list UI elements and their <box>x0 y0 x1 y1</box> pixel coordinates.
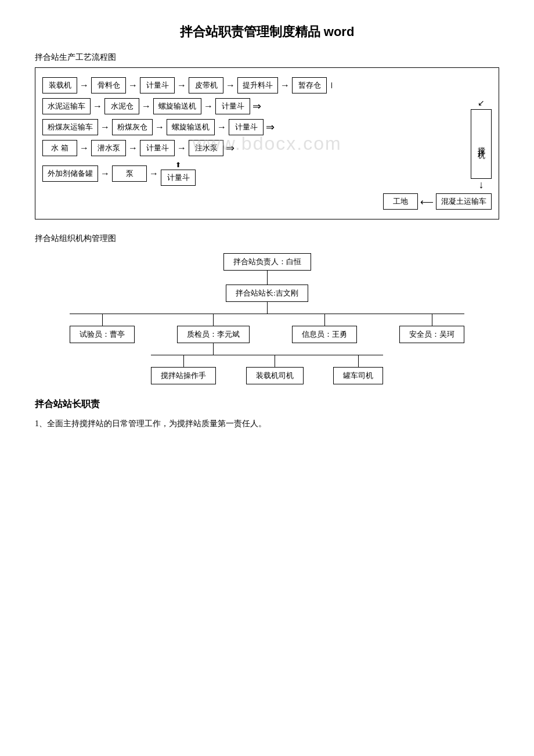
org-truck: 罐车司机 <box>333 367 383 384</box>
flow-box-luoxuan2: 螺旋输送机 <box>167 119 215 135</box>
flow-box-guliaocang: 骨料仓 <box>91 77 126 93</box>
arrow10 <box>155 122 164 132</box>
flow-box-jiliangdou1: 计量斗 <box>140 77 175 93</box>
arrow4 <box>226 80 235 91</box>
flow-box-fenmeihui-car: 粉煤灰运输车 <box>42 119 98 135</box>
arrow1 <box>80 80 89 91</box>
flow-box-beng: 泵 <box>112 165 147 182</box>
arrow13 <box>128 143 138 153</box>
flow-box-zhancuncang: 暂存仓 <box>292 77 327 93</box>
flow-box-shuixiang: 水 箱 <box>42 140 77 156</box>
org-quality: 质检员：李元斌 <box>177 326 250 343</box>
org-op: 搅拌站操作手 <box>151 367 216 384</box>
org-loader: 装载机司机 <box>246 367 304 384</box>
flow-box-pidaiji: 皮带机 <box>189 77 223 93</box>
arrow5 <box>280 80 290 91</box>
flow-diagram: www.bdocx.com 装载机 骨料仓 计量斗 皮带机 提升料斗 暂存仓 水… <box>35 67 499 219</box>
arrow7 <box>142 101 151 111</box>
page-title: 拌合站职责管理制度精品 word <box>35 23 499 41</box>
body-section-heading: 拌合站站长职责 <box>35 398 499 411</box>
flow-box-tishengliaoou: 提升料斗 <box>237 77 278 93</box>
arrow9 <box>100 122 110 132</box>
org-third-level: 试验员：曹亭 质检员：李元斌 信息员：王勇 安全员：吴珂 <box>70 314 464 355</box>
body-text-1: 1、全面主持搅拌站的日常管理工作，为搅拌站质量第一责任人。 <box>35 416 499 431</box>
arrow3 <box>177 80 186 91</box>
org-chart: 拌合站负责人：白恒 拌合站站长:吉文刚 试验员：曹亭 质检员：李元斌 信息员：王… <box>35 253 499 384</box>
flow-box-shuinicar: 水泥运输车 <box>42 98 91 114</box>
arrow6 <box>93 101 102 111</box>
org-second-box: 拌合站站长:吉文刚 <box>226 285 308 302</box>
flow-box-jiliangdou5: 计量斗 <box>161 170 196 186</box>
arrow15 <box>100 168 110 179</box>
flow-box-jiliangdou2: 计量斗 <box>215 98 250 114</box>
flow-box-qianshuibeng: 潜水泵 <box>91 140 126 156</box>
org-h-bar-1 <box>70 314 464 314</box>
flow-box-jiliangdou4: 计量斗 <box>140 140 175 156</box>
flow-box-hunningtu-car: 混凝土运输车 <box>436 193 492 210</box>
arrow14 <box>177 143 186 153</box>
arrow2 <box>128 80 138 91</box>
flow-box-shuinicang: 水泥仓 <box>104 98 139 114</box>
flow-box-luoxuan1: 螺旋输送机 <box>153 98 201 114</box>
mixer-box: 搅拌机 <box>471 109 492 179</box>
arrow8 <box>204 101 213 111</box>
flow-box-waijia: 外加剂储备罐 <box>42 165 98 182</box>
flow-box-jiliangdou3: 计量斗 <box>229 119 264 135</box>
flow-box-zhushuibeng: 注水泵 <box>189 140 223 156</box>
arrow16 <box>149 168 158 179</box>
arrow11 <box>217 122 226 132</box>
flow-box-fenmeicang: 粉煤灰仓 <box>112 119 153 135</box>
org-info: 信息员：王勇 <box>292 326 357 343</box>
flow-box-gongdi: 工地 <box>383 193 418 210</box>
flow-section-label: 拌合站生产工艺流程图 <box>35 52 499 63</box>
org-safety: 安全员：吴珂 <box>399 326 464 343</box>
flow-box-zaizaiji: 装载机 <box>42 77 77 93</box>
org-trial: 试验员：曹亭 <box>70 326 135 343</box>
org-fourth-level: 搅拌站操作手 装载机司机 罐车司机 <box>151 355 383 384</box>
arrow12 <box>80 143 89 153</box>
org-section-label: 拌合站组织机构管理图 <box>35 233 499 244</box>
org-top-box: 拌合站负责人：白恒 <box>223 253 311 271</box>
